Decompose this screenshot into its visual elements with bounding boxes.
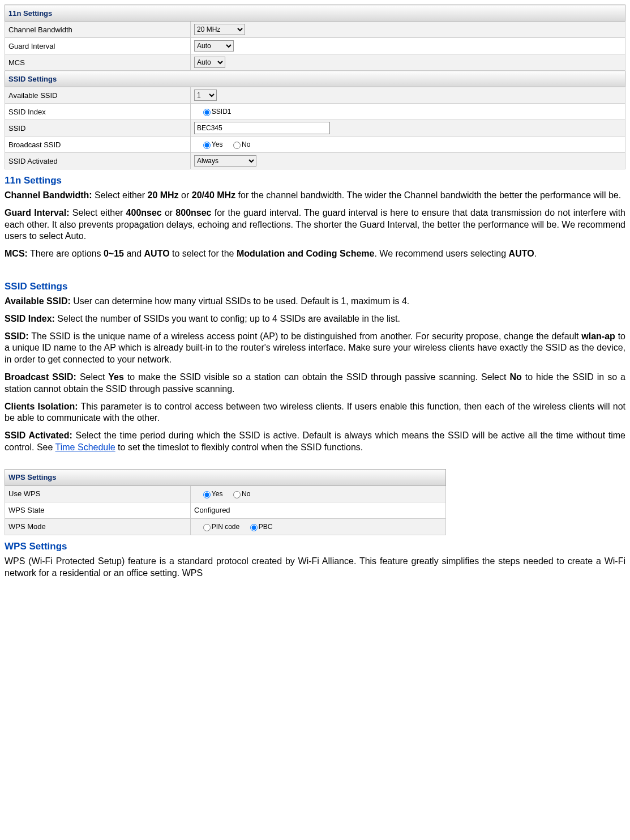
section-header-wps: WPS Settings bbox=[5, 469, 446, 485]
link-time-schedule[interactable]: Time Schedule bbox=[55, 442, 115, 452]
para-channel-bandwidth: Channel Bandwidth: Select either 20 MHz … bbox=[5, 190, 625, 202]
label-available-ssid: Available SSID bbox=[5, 87, 191, 104]
para-clients-isolation: Clients Isolation: This parameter is to … bbox=[5, 401, 625, 425]
label-guard-interval: Guard Interval bbox=[5, 38, 191, 54]
cell-ssid-index: SSID1 bbox=[191, 104, 625, 120]
para-mcs: MCS: There are options 0~15 and AUTO to … bbox=[5, 248, 625, 260]
cell-guard-interval: Auto bbox=[191, 38, 625, 54]
label-broadcast-ssid: Broadcast SSID bbox=[5, 137, 191, 153]
radio-label-no: No bbox=[242, 140, 250, 148]
heading-wps-settings: WPS Settings bbox=[5, 541, 625, 552]
radio-ssid-index[interactable] bbox=[203, 109, 211, 116]
label-ssid: SSID bbox=[5, 120, 191, 137]
label-ssid-index: SSID Index bbox=[5, 104, 191, 120]
radio-wps-pin[interactable] bbox=[203, 524, 211, 531]
cell-channel-bandwidth: 20 MHz bbox=[191, 22, 625, 38]
radio-broadcast-no[interactable] bbox=[233, 142, 241, 149]
cell-broadcast-ssid: Yes No bbox=[191, 137, 625, 153]
radio-label-ssid1: SSID1 bbox=[212, 108, 232, 116]
cell-ssid-activated: Always bbox=[191, 153, 625, 169]
radio-broadcast-yes[interactable] bbox=[203, 142, 211, 149]
heading-11n-settings: 11n Settings bbox=[5, 175, 625, 186]
radio-usewps-yes[interactable] bbox=[203, 491, 211, 498]
cell-available-ssid: 1 bbox=[191, 87, 625, 104]
label-use-wps: Use WPS bbox=[5, 485, 191, 502]
para-ssid-activated: SSID Activated: Select the time period d… bbox=[5, 430, 625, 454]
radio-label-pin: PIN code bbox=[212, 523, 239, 531]
label-mcs: MCS bbox=[5, 54, 191, 71]
section-header-ssid: SSID Settings bbox=[5, 71, 625, 87]
radio-label-pbc: PBC bbox=[259, 523, 273, 531]
radio-usewps-no[interactable] bbox=[233, 491, 241, 498]
radio-label-usewps-no: No bbox=[242, 490, 250, 498]
para-guard-interval: Guard Interval: Select either 400nsec or… bbox=[5, 207, 625, 242]
cell-wps-state: Configured bbox=[191, 502, 446, 518]
section-header-11n: 11n Settings bbox=[5, 5, 625, 22]
cell-wps-mode: PIN code PBC bbox=[191, 518, 446, 535]
para-wps-intro: WPS (Wi-Fi Protected Setup) feature is a… bbox=[5, 556, 625, 579]
radio-label-yes: Yes bbox=[212, 140, 223, 148]
radio-wps-pbc[interactable] bbox=[250, 524, 258, 531]
label-wps-state: WPS State bbox=[5, 502, 191, 518]
label-channel-bandwidth: Channel Bandwidth bbox=[5, 22, 191, 38]
para-ssid: SSID: The SSID is the unique name of a w… bbox=[5, 331, 625, 366]
select-available-ssid[interactable]: 1 bbox=[194, 89, 217, 101]
radio-label-usewps-yes: Yes bbox=[212, 490, 223, 498]
select-channel-bandwidth[interactable]: 20 MHz bbox=[194, 24, 245, 35]
para-available-ssid: Available SSID: User can determine how m… bbox=[5, 296, 625, 308]
input-ssid[interactable] bbox=[194, 122, 330, 134]
label-ssid-activated: SSID Activated bbox=[5, 153, 191, 169]
select-ssid-activated[interactable]: Always bbox=[194, 155, 256, 167]
cell-use-wps: Yes No bbox=[191, 485, 446, 502]
para-ssid-index: SSID Index: Select the number of SSIDs y… bbox=[5, 313, 625, 325]
heading-ssid-settings: SSID Settings bbox=[5, 281, 625, 292]
cell-ssid bbox=[191, 120, 625, 137]
select-mcs[interactable]: Auto bbox=[194, 57, 225, 68]
cell-mcs: Auto bbox=[191, 54, 625, 71]
select-guard-interval[interactable]: Auto bbox=[194, 40, 234, 52]
settings-table-wps: WPS Settings Use WPS Yes No WPS State Co… bbox=[5, 469, 446, 535]
label-wps-mode: WPS Mode bbox=[5, 518, 191, 535]
settings-table-11n-ssid: 11n Settings Channel Bandwidth 20 MHz Gu… bbox=[5, 5, 625, 169]
para-broadcast-ssid: Broadcast SSID: Select Yes to make the S… bbox=[5, 372, 625, 395]
